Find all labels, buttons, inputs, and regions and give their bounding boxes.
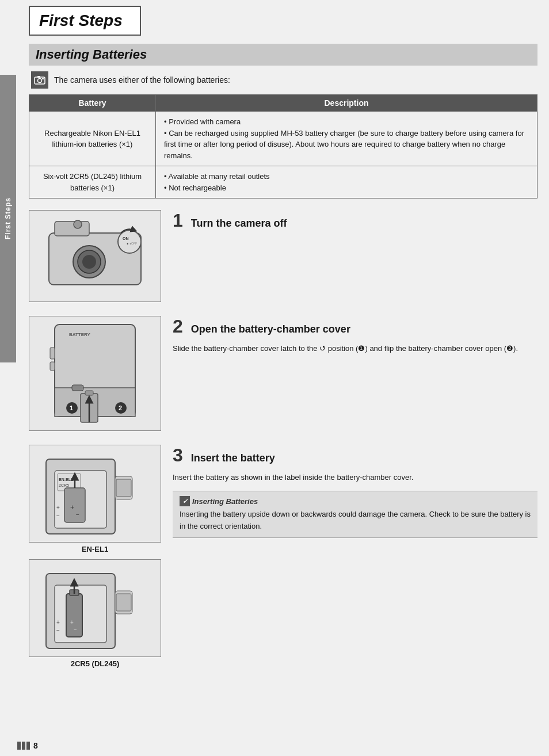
list-item: Provided with camera xyxy=(164,116,529,128)
svg-rect-47 xyxy=(116,594,131,611)
step-1-title: Turn the camera off xyxy=(191,217,287,230)
svg-rect-37 xyxy=(116,479,131,497)
step-1-image: ON ● ●OFF xyxy=(29,210,161,302)
warning-icon: ✓ xyxy=(180,496,190,506)
image-label-enel1: EN-EL1 xyxy=(82,545,108,553)
battery-desc-list-1: Provided with camera Can be recharged us… xyxy=(164,116,529,161)
svg-text:−: − xyxy=(56,513,60,519)
svg-rect-31 xyxy=(64,488,85,522)
step-3-desc: Insert the battery as shown in the label… xyxy=(173,472,537,484)
svg-rect-19 xyxy=(85,391,93,395)
page-number: 8 xyxy=(33,741,38,750)
svg-text:−: − xyxy=(56,627,60,633)
svg-rect-3 xyxy=(42,78,44,79)
svg-text:2: 2 xyxy=(119,404,122,411)
battery-name-2: Six-volt 2CR5 (DL245) lithium batteries … xyxy=(29,166,156,198)
steps-container: ON ● ●OFF xyxy=(29,210,537,668)
svg-text:1: 1 xyxy=(70,404,73,411)
title-box: First Steps xyxy=(29,6,141,36)
svg-rect-5 xyxy=(55,222,89,236)
table-row: Rechargeable Nikon EN-EL1 lithium-ion ba… xyxy=(29,112,537,166)
step-2-row: BATTERY 1 2 xyxy=(29,316,537,431)
step-1-content: 1 Turn the camera off xyxy=(173,210,537,237)
step-1-number: 1 xyxy=(173,211,183,230)
warning-title-text: Inserting Batteries xyxy=(192,497,258,506)
step-3-images: EN-EL1 2CR5 + − xyxy=(29,445,161,668)
battery-desc-list-2: Available at many retail outlets Not rec… xyxy=(164,171,529,193)
step-1-row: ON ● ●OFF xyxy=(29,210,537,302)
svg-rect-25 xyxy=(50,362,55,371)
warning-box: ✓ Inserting Batteries Inserting the batt… xyxy=(173,491,537,538)
camera-top-view: ON ● ●OFF xyxy=(37,216,152,296)
side-tab-label: First Steps xyxy=(4,197,12,239)
svg-point-13 xyxy=(74,220,82,228)
step-3-image-2cr5: + − + − xyxy=(29,559,161,657)
step-3-content: 3 Insert the battery Insert the battery … xyxy=(173,445,537,538)
step-2-number: 2 xyxy=(173,317,183,335)
table-header-description: Description xyxy=(156,95,537,112)
svg-text:+: + xyxy=(56,619,60,625)
svg-point-1 xyxy=(38,79,42,83)
section-title: Inserting Batteries xyxy=(36,47,531,62)
intro-icon xyxy=(31,71,48,89)
battery-insert-enel1: EN-EL1 2CR5 + − xyxy=(35,448,155,540)
svg-rect-24 xyxy=(50,348,55,359)
list-item: Can be recharged using supplied MH-53 ba… xyxy=(164,128,529,162)
battery-insert-2cr5: + − + − xyxy=(35,562,155,654)
intro-row: The camera uses either of the following … xyxy=(31,71,537,89)
svg-text:EN-EL1: EN-EL1 xyxy=(59,478,73,482)
warning-text: Inserting the battery upside down or bac… xyxy=(180,509,531,533)
page-bar-2 xyxy=(22,742,25,750)
svg-rect-2 xyxy=(37,76,40,78)
svg-rect-16 xyxy=(72,385,83,391)
svg-point-8 xyxy=(82,255,96,269)
svg-text:−: − xyxy=(74,627,77,632)
page-bar-1 xyxy=(17,742,21,750)
table-header-battery: Battery xyxy=(29,95,156,112)
main-content: First Steps Inserting Batteries The came… xyxy=(17,0,549,668)
table-row: Six-volt 2CR5 (DL245) lithium batteries … xyxy=(29,166,537,198)
list-item: Available at many retail outlets xyxy=(164,171,529,182)
svg-text:−: − xyxy=(76,511,79,518)
side-tab: First Steps xyxy=(0,75,16,362)
svg-text:ON: ON xyxy=(123,236,129,240)
step-3-title: Insert the battery xyxy=(191,452,275,465)
image-label-2cr5: 2CR5 (DL245) xyxy=(71,659,120,668)
camera-side-battery: BATTERY 1 2 xyxy=(37,319,152,428)
battery-desc-2: Available at many retail outlets Not rec… xyxy=(156,166,537,198)
svg-text:●: ● xyxy=(127,242,128,245)
svg-text:BATTERY: BATTERY xyxy=(69,332,91,337)
step-2-desc: Slide the battery-chamber cover latch to… xyxy=(173,343,537,355)
step-3-image-enel1: EN-EL1 2CR5 + − xyxy=(29,445,161,543)
step-2-image: BATTERY 1 2 xyxy=(29,316,161,431)
page-title: First Steps xyxy=(39,12,123,30)
svg-text:+: + xyxy=(70,619,74,625)
step-2-title: Open the battery-chamber cover xyxy=(191,323,350,336)
list-item: Not rechargeable xyxy=(164,182,529,194)
section-heading: Inserting Batteries xyxy=(29,44,537,66)
warning-title: ✓ Inserting Batteries xyxy=(180,496,531,506)
battery-name-1: Rechargeable Nikon EN-EL1 lithium-ion ba… xyxy=(29,112,156,166)
svg-text:2CR5: 2CR5 xyxy=(59,483,69,487)
page-bars xyxy=(17,742,30,750)
svg-text:+: + xyxy=(56,505,60,511)
page-bar-3 xyxy=(26,742,30,750)
step-3-row: EN-EL1 2CR5 + − xyxy=(29,445,537,668)
page-footer: 8 xyxy=(17,741,38,750)
svg-text:●OFF: ●OFF xyxy=(129,242,137,245)
step-3-number: 3 xyxy=(173,446,183,464)
camera-icon xyxy=(33,74,46,86)
svg-text:+: + xyxy=(70,503,74,511)
battery-desc-1: Provided with camera Can be recharged us… xyxy=(156,112,537,166)
step-2-content: 2 Open the battery-chamber cover Slide t… xyxy=(173,316,537,355)
intro-text: The camera uses either of the following … xyxy=(54,75,230,85)
battery-table: Battery Description Rechargeable Nikon E… xyxy=(29,94,537,198)
